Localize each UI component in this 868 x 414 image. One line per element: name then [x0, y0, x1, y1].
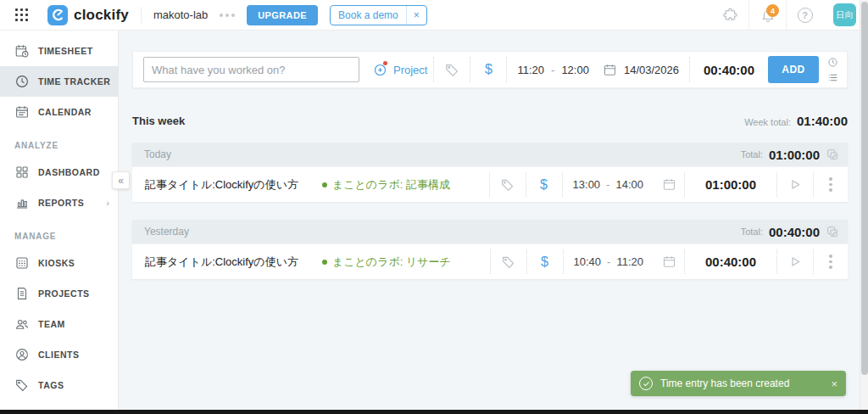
- entry-description[interactable]: 記事タイトル:Clockifyの使い方: [145, 177, 298, 193]
- calendar-icon: [603, 63, 617, 77]
- sidebar-item-label: DASHBOARD: [38, 167, 100, 177]
- entry-tags-button[interactable]: [490, 177, 526, 193]
- sidebar-item-time-tracker[interactable]: TIME TRACKER: [0, 66, 118, 97]
- document-icon: [14, 286, 30, 301]
- add-button[interactable]: ADD: [768, 56, 819, 83]
- book-demo-chip: Book a demo ×: [330, 5, 427, 25]
- project-label: Project: [393, 64, 427, 76]
- day-group-header: Yesterday Total: 00:40:00: [132, 220, 848, 243]
- bulk-edit-icon[interactable]: [826, 225, 839, 238]
- time-separator: -: [551, 64, 554, 76]
- vertical-scrollbar[interactable]: [860, 0, 868, 414]
- time-range: 11:20 - 12:00: [507, 64, 598, 76]
- upgrade-button[interactable]: UPGRADE: [247, 5, 318, 25]
- sidebar-item-tags[interactable]: TAGS: [0, 370, 118, 400]
- sidebar-item-reports[interactable]: REPORTS ›: [0, 187, 118, 218]
- select-project-button[interactable]: Project: [373, 63, 427, 77]
- entry-controls: $ 10:40 - 11:20 00:40:00: [490, 244, 848, 279]
- entry-menu-button[interactable]: [814, 177, 848, 192]
- sidebar-item-label: CLIENTS: [38, 350, 79, 360]
- sidebar-item-label: REPORTS: [38, 198, 84, 208]
- entry-end-time[interactable]: 11:20: [616, 255, 643, 268]
- apps-grid-icon[interactable]: [15, 8, 29, 22]
- entry-duration[interactable]: 01:00:00: [685, 177, 776, 192]
- toast-message: Time entry has been created: [660, 378, 789, 389]
- help-button[interactable]: ?: [786, 0, 823, 30]
- week-total-value: 01:40:00: [797, 114, 848, 128]
- entry-date-picker[interactable]: [654, 255, 684, 269]
- calendar-icon: [14, 104, 30, 120]
- project-color-dot: [322, 260, 327, 265]
- chevron-right-icon: ›: [106, 198, 109, 208]
- book-demo-close-icon[interactable]: ×: [406, 6, 426, 25]
- end-time-input[interactable]: 12:00: [561, 64, 589, 76]
- time-entry-row: 記事タイトル:Clockifyの使い方 まことのラボ: 記事構成 $ 13:00: [132, 166, 848, 202]
- sidebar-item-label: KIOSKS: [38, 258, 75, 268]
- entry-description[interactable]: 記事タイトル:Clockifyの使い方: [145, 255, 298, 270]
- entry-billable-button[interactable]: $: [526, 177, 562, 193]
- entry-date-picker[interactable]: [654, 177, 684, 192]
- client-icon: [14, 347, 30, 362]
- continue-timer-button[interactable]: [777, 255, 813, 269]
- calendar-icon: [662, 177, 676, 192]
- sidebar-collapse-button[interactable]: «: [112, 171, 130, 189]
- billable-button[interactable]: $: [470, 62, 506, 77]
- entry-end-time[interactable]: 14:00: [615, 178, 643, 191]
- entry-duration[interactable]: 00:40:00: [685, 255, 776, 269]
- bulk-edit-icon[interactable]: [826, 148, 839, 161]
- sidebar-item-team[interactable]: TEAM: [0, 309, 118, 339]
- timer-mode-icon[interactable]: [827, 57, 838, 68]
- scrollbar-thumb[interactable]: [861, 2, 868, 375]
- day-group-yesterday: Yesterday Total: 00:40:00 記事タイトル:Clockif…: [132, 220, 848, 279]
- sidebar-item-calendar[interactable]: CALENDAR: [0, 97, 118, 127]
- sidebar-item-timesheet[interactable]: TIMESHEET: [0, 36, 118, 66]
- tag-icon: [500, 177, 515, 193]
- sidebar-item-clients[interactable]: CLIENTS: [0, 339, 118, 370]
- entry-project[interactable]: まことのラボ: リサーチ: [322, 255, 451, 270]
- clock-icon: [14, 74, 30, 89]
- check-circle-icon: [639, 377, 653, 390]
- entry-project[interactable]: まことのラボ: 記事構成: [322, 177, 450, 193]
- sidebar-item-kiosks[interactable]: KIOSKS: [0, 248, 118, 278]
- sidebar-item-projects[interactable]: PROJECTS: [0, 278, 118, 309]
- description-input[interactable]: [143, 57, 359, 82]
- calendar-icon: [662, 255, 676, 269]
- top-bar: clockify makoto-lab UPGRADE Book a demo …: [0, 0, 868, 31]
- toast-close-icon[interactable]: ×: [831, 378, 837, 390]
- start-time-input[interactable]: 11:20: [517, 64, 544, 76]
- kiosk-icon: [14, 255, 30, 271]
- clockify-logo-icon: [47, 5, 68, 25]
- date-picker[interactable]: 14/03/2026: [599, 63, 689, 77]
- sidebar-item-dashboard[interactable]: DASHBOARD: [0, 157, 118, 187]
- team-icon: [14, 316, 30, 332]
- workspace-menu-icon[interactable]: [220, 14, 235, 17]
- day-total: Total: 01:00:00: [741, 148, 839, 162]
- time-separator: -: [607, 255, 610, 268]
- main-content: Project $ 11:20 - 12:00 14/03/2026 00:40…: [120, 31, 860, 411]
- puzzle-icon: [722, 7, 738, 23]
- entry-tags-button[interactable]: [491, 255, 526, 270]
- sidebar-section-manage: MANAGE: [0, 218, 118, 248]
- day-total-label: Total:: [741, 227, 763, 237]
- question-icon: ?: [798, 8, 813, 23]
- manual-mode-icon[interactable]: [827, 72, 838, 83]
- entry-menu-button[interactable]: [814, 255, 848, 269]
- integrations-button[interactable]: [711, 0, 748, 30]
- book-demo-button[interactable]: Book a demo: [331, 9, 406, 21]
- tags-button[interactable]: [434, 62, 470, 78]
- notifications-button[interactable]: 4: [748, 0, 786, 30]
- entry-start-time[interactable]: 13:00: [573, 178, 601, 191]
- continue-timer-button[interactable]: [777, 177, 813, 192]
- duration-input[interactable]: 00:40:00: [690, 63, 768, 77]
- avatar[interactable]: 日向: [833, 3, 856, 26]
- entry-billable-button[interactable]: $: [527, 255, 563, 270]
- workspace-name[interactable]: makoto-lab: [153, 8, 208, 21]
- clockify-logo[interactable]: clockify: [47, 5, 129, 25]
- day-group-header: Today Total: 01:00:00: [132, 143, 848, 166]
- sidebar-item-label: TAGS: [38, 380, 64, 390]
- entry-start-time[interactable]: 10:40: [574, 255, 602, 268]
- topbar-right: 4 ? 日向: [711, 0, 868, 30]
- required-dot: [383, 61, 387, 65]
- week-total-label: Week total:: [744, 117, 791, 127]
- day-label: Today: [144, 148, 171, 160]
